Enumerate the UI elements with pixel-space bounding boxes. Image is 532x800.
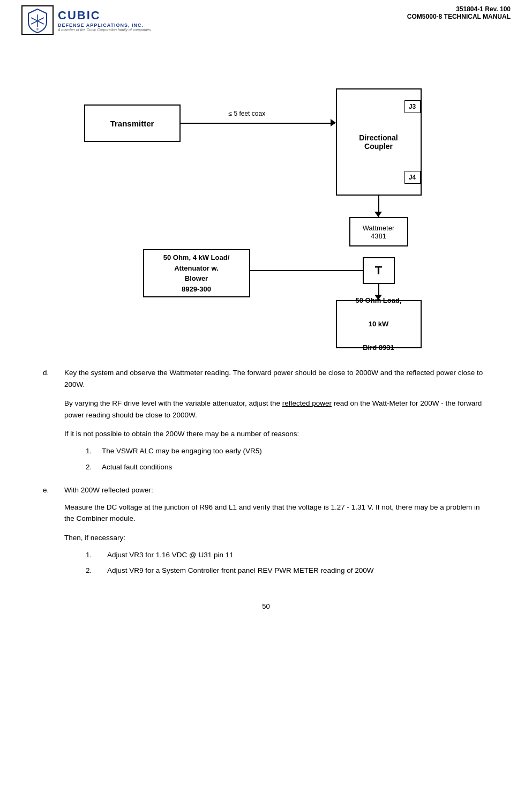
e-text3: Then, if necessary: xyxy=(64,532,489,544)
e-item1-text: Adjust VR3 for 1.16 VDC @ U31 pin 11 xyxy=(107,549,234,561)
d-item1: 1. The VSWR ALC may be engaging too earl… xyxy=(86,445,489,457)
logo-text-area: CUBIC DEFENSE APPLICATIONS, INC. A membe… xyxy=(58,9,151,32)
e-item1: 1. Adjust VR3 for 1.16 VDC @ U31 pin 11 xyxy=(86,549,489,561)
section-d-letter: d. xyxy=(43,367,64,477)
doc-number: 351804-1 Rev. 100 xyxy=(407,5,511,13)
coax-label: ≤ 5 feet coax xyxy=(229,110,266,117)
e-text2: Measure the DC voltage at the junction o… xyxy=(64,502,489,525)
directional-coupler-box: DirectionalCoupler J3 J4 xyxy=(336,88,422,196)
d-text1: Key the system and observe the Wattmeter… xyxy=(64,367,489,390)
section-d-content: Key the system and observe the Wattmeter… xyxy=(64,367,489,477)
d-text2-prefix: By varying the RF drive level with the v… xyxy=(64,399,282,407)
e-item1-num: 1. xyxy=(86,549,107,561)
transmitter-label: Transmitter xyxy=(110,119,154,128)
bird-box: 50 Ohm Load,10 kWBird 8931 xyxy=(336,300,422,348)
doc-title: COM5000-8 TECHNICAL MANUAL xyxy=(407,13,511,20)
transmitter-to-coupler-line xyxy=(181,123,335,124)
d-text2: By varying the RF drive level with the v… xyxy=(64,398,489,421)
section-e-content: With 200W reflected power: Measure the D… xyxy=(64,484,489,581)
logo-icon: ® xyxy=(21,5,54,35)
j4-label: J4 xyxy=(404,171,421,184)
t-box: T xyxy=(363,257,395,284)
attenuator-label: 50 Ohm, 4 kW Load/Attenuator w.Blower892… xyxy=(163,252,230,294)
attenuator-box: 50 Ohm, 4 kW Load/Attenuator w.Blower892… xyxy=(143,249,250,297)
wattmeter-label: Wattmeter4381 xyxy=(363,224,394,240)
svg-text:®: ® xyxy=(36,28,39,31)
logo-subtext: A member of the Cubic Corporation family… xyxy=(58,28,151,32)
section-e-row: e. With 200W reflected power: Measure th… xyxy=(43,484,489,581)
page-number: 50 xyxy=(21,602,511,610)
e-item2-text: Adjust VR9 for a System Controller front… xyxy=(107,565,373,577)
transmitter-to-coupler-arrow xyxy=(331,119,336,126)
doc-info: 351804-1 Rev. 100 COM5000-8 TECHNICAL MA… xyxy=(407,5,511,20)
section-e-letter: e. xyxy=(43,484,64,581)
d-item1-num: 1. xyxy=(86,445,102,457)
logo-area: ® CUBIC DEFENSE APPLICATIONS, INC. A mem… xyxy=(21,5,151,35)
d-text3: If it is not possible to obtain the 200W… xyxy=(64,428,489,440)
d-item1-text: The VSWR ALC may be engaging too early (… xyxy=(102,445,262,457)
t-label: T xyxy=(375,264,382,278)
diagram-area: Transmitter ≤ 5 feet coax DirectionalCou… xyxy=(52,51,481,351)
cubic-text: CUBIC xyxy=(58,9,151,23)
d-item2-num: 2. xyxy=(86,461,102,473)
page-header: ® CUBIC DEFENSE APPLICATIONS, INC. A mem… xyxy=(21,5,511,35)
coupler-to-wattmeter-arrow xyxy=(374,212,382,217)
j3-label: J3 xyxy=(404,100,421,113)
section-d-row: d. Key the system and observe the Wattme… xyxy=(43,367,489,477)
e-item2-num: 2. xyxy=(86,565,107,577)
d-text2-underline: reflected power xyxy=(282,399,332,407)
e-item2: 2. Adjust VR9 for a System Controller fr… xyxy=(86,565,489,577)
e-text1: With 200W reflected power: xyxy=(64,484,489,496)
defense-text: DEFENSE APPLICATIONS, INC. xyxy=(58,23,151,28)
bird-label: 50 Ohm Load,10 kWBird 8931 xyxy=(356,295,402,354)
d-item2-text: Actual fault conditions xyxy=(102,461,172,473)
d-item2: 2. Actual fault conditions xyxy=(86,461,489,473)
directional-coupler-label: DirectionalCoupler xyxy=(359,133,398,151)
content-area: d. Key the system and observe the Wattme… xyxy=(43,367,489,581)
t-to-attenuator-line xyxy=(250,270,363,271)
wattmeter-box: Wattmeter4381 xyxy=(349,217,408,246)
transmitter-box: Transmitter xyxy=(84,104,181,142)
